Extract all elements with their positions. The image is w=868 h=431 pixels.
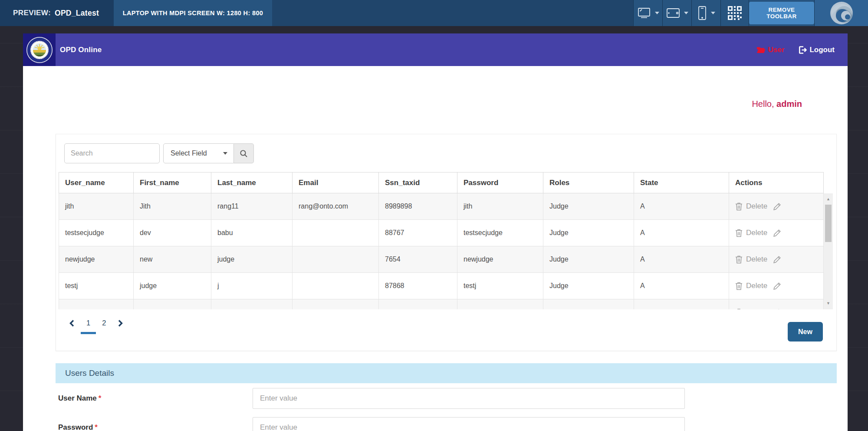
table-body: jithJithrang11rang@onto.com8989898jithJu… bbox=[59, 193, 833, 309]
column-header: First_name bbox=[134, 172, 211, 193]
greeting-username: admin bbox=[776, 99, 802, 109]
tablet-device-button[interactable] bbox=[663, 0, 692, 26]
user-name-input[interactable] bbox=[253, 388, 685, 409]
cell-first_name: test bbox=[134, 299, 211, 309]
user-name-label: User Name* bbox=[58, 388, 101, 409]
scrollbar-thumb[interactable] bbox=[825, 205, 832, 242]
laptop-icon bbox=[637, 7, 651, 19]
cell-ssn_taxid: 88767 bbox=[379, 220, 457, 246]
remove-toolbar-button[interactable]: REMOVE TOOLBAR bbox=[749, 2, 814, 24]
edit-button[interactable] bbox=[773, 229, 782, 238]
cell-first_name: judge bbox=[134, 273, 211, 299]
edit-button[interactable] bbox=[773, 308, 782, 310]
cell-password: testj bbox=[457, 273, 543, 299]
cell-first_name: Jith bbox=[134, 193, 211, 219]
column-header: User_name bbox=[59, 172, 134, 193]
cell-roles: Judge bbox=[543, 193, 634, 219]
pencil-icon bbox=[773, 229, 782, 238]
cell-state: A bbox=[634, 299, 729, 309]
toolbar-spacer bbox=[272, 0, 633, 26]
cell-last_name: judge bbox=[211, 299, 293, 309]
search-field-select[interactable]: Select Field bbox=[163, 143, 234, 163]
column-header: Password bbox=[457, 172, 543, 193]
caret-down-icon bbox=[711, 12, 715, 14]
cell-state: A bbox=[634, 193, 729, 219]
search-icon bbox=[240, 149, 248, 158]
edit-button[interactable] bbox=[773, 255, 782, 264]
delete-button[interactable]: Delete bbox=[735, 255, 767, 264]
cell-actions: Delete bbox=[729, 299, 824, 309]
main-content: Hello, admin Select Field User_nameFirst… bbox=[23, 66, 848, 431]
chevron-right-icon bbox=[118, 319, 123, 327]
vertical-scrollbar[interactable]: ▲ ▼ bbox=[824, 193, 833, 309]
search-input[interactable] bbox=[64, 143, 160, 163]
cell-ssn_taxid: 8989898 bbox=[379, 193, 457, 219]
cell-last_name: judge bbox=[211, 246, 293, 272]
phone-device-button[interactable] bbox=[692, 0, 721, 26]
cell-user_name: testj bbox=[59, 273, 134, 299]
cell-user_name: jith bbox=[59, 193, 134, 219]
cell-actions: Delete bbox=[729, 246, 824, 272]
column-header: Last_name bbox=[211, 172, 293, 193]
laptop-device-button[interactable] bbox=[634, 0, 663, 26]
table-row[interactable]: jithJithrang11rang@onto.com8989898jithJu… bbox=[59, 193, 824, 220]
scroll-up-icon[interactable]: ▲ bbox=[824, 197, 833, 201]
scroll-down-icon[interactable]: ▼ bbox=[824, 302, 833, 305]
trash-icon bbox=[735, 255, 743, 264]
delete-button[interactable]: Delete bbox=[735, 308, 767, 309]
password-input[interactable] bbox=[253, 417, 685, 431]
column-header: Actions bbox=[729, 172, 824, 193]
table-row[interactable]: testsecjudgedevbabu88767testsecjudgeJudg… bbox=[59, 220, 824, 246]
edit-button[interactable] bbox=[773, 282, 782, 291]
cell-actions: Delete bbox=[729, 273, 824, 299]
delete-button[interactable]: Delete bbox=[735, 282, 767, 290]
cell-roles: Judge bbox=[543, 246, 634, 272]
caret-down-icon bbox=[655, 12, 659, 14]
users-details-panel: Users Details User Name*Password* bbox=[56, 363, 837, 431]
next-page-button[interactable] bbox=[118, 319, 123, 327]
app-title: OPD Online bbox=[60, 46, 102, 54]
column-header: Ssn_taxid bbox=[379, 172, 457, 193]
qr-code-button[interactable] bbox=[721, 0, 749, 26]
caret-down-icon bbox=[223, 152, 227, 155]
search-button[interactable] bbox=[234, 143, 254, 163]
project-name: OPD_Latest bbox=[55, 9, 99, 18]
cell-roles: Judge bbox=[543, 273, 634, 299]
pagination: 12 bbox=[69, 319, 123, 327]
table-row[interactable]: newjudgenewjudge7654newjudgeJudgeADelete bbox=[59, 246, 824, 273]
cell-user_name: testjudge bbox=[59, 299, 134, 309]
users-grid-panel: Select Field User_nameFirst_nameLast_nam… bbox=[56, 134, 837, 351]
delete-button[interactable]: Delete bbox=[735, 202, 767, 211]
logout-icon bbox=[798, 46, 807, 54]
form-row: Password* bbox=[56, 417, 837, 431]
table-row[interactable]: testjudgetestjudge12331testjudgeJudgeADe… bbox=[59, 299, 824, 309]
new-button[interactable]: New bbox=[788, 322, 823, 341]
device-switcher-group: REMOVE TOOLBAR bbox=[633, 0, 868, 26]
previous-page-button[interactable] bbox=[69, 319, 75, 327]
delete-button[interactable]: Delete bbox=[735, 229, 767, 237]
cell-user_name: newjudge bbox=[59, 246, 134, 272]
user-menu[interactable]: User bbox=[756, 46, 785, 54]
qr-code-icon bbox=[727, 5, 743, 21]
edit-button[interactable] bbox=[773, 202, 782, 211]
page-button-2[interactable]: 2 bbox=[102, 319, 106, 327]
app-logo bbox=[23, 33, 56, 66]
pagination-pages: 12 bbox=[86, 319, 106, 327]
form-row: User Name* bbox=[56, 388, 837, 409]
cell-ssn_taxid: 7654 bbox=[379, 246, 457, 272]
page-button-1[interactable]: 1 bbox=[86, 319, 90, 327]
cell-state: A bbox=[634, 273, 729, 299]
column-header: State bbox=[634, 172, 729, 193]
wavemaker-logo-segment bbox=[815, 0, 868, 26]
cell-last_name: babu bbox=[211, 220, 293, 246]
logout-button[interactable]: Logout bbox=[798, 46, 835, 54]
state-seal-logo bbox=[26, 36, 53, 63]
cell-ssn_taxid: 12331 bbox=[379, 299, 457, 309]
pencil-icon bbox=[773, 282, 782, 291]
cell-roles: Judge bbox=[543, 220, 634, 246]
pencil-icon bbox=[773, 255, 782, 264]
cell-password: testsecjudge bbox=[457, 220, 543, 246]
users-details-title: Users Details bbox=[56, 363, 837, 383]
column-header: Email bbox=[293, 172, 379, 193]
table-row[interactable]: testjjudgej87868testjJudgeADelete bbox=[59, 273, 824, 299]
